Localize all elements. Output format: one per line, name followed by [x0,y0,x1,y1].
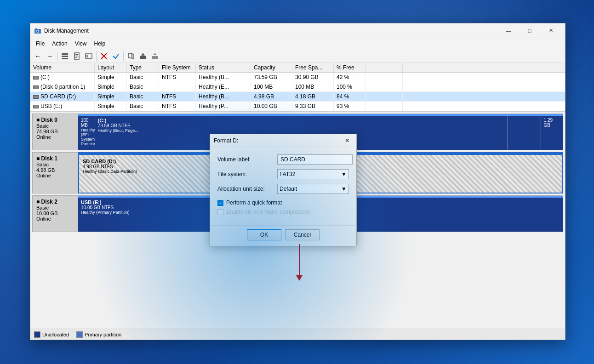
cell-fs: NTFS [159,73,196,82]
cell-type: Basic [127,82,159,91]
table-row[interactable]: (C:) Simple Basic NTFS Healthy (B... 73.… [30,73,565,82]
cell-over [403,82,565,91]
file-system-select[interactable]: FAT32 ▼ [277,169,349,179]
close-button[interactable]: ✕ [540,23,561,38]
disk-0-part-unalloc[interactable]: 1.29 GB [541,114,563,150]
view-list-button[interactable] [59,51,70,62]
cell-status: Healthy (E... [196,82,251,91]
cell-volume: (C:) [30,73,95,82]
cell-volume: USB (E:) [30,102,95,111]
cell-status: Healthy (B... [196,73,251,82]
svg-rect-19 [152,56,158,59]
modal-title: Format D: [214,137,342,144]
maximize-button[interactable]: □ [519,23,540,38]
legend-primary-box [76,331,83,338]
cell-fault [366,92,403,101]
back-button[interactable]: ← [32,51,43,62]
disk-0-part-efi[interactable]: 100 MB Healthy (EFI System Partition) [78,114,95,150]
new-button[interactable] [126,51,137,62]
legend-unalloc-label: Unallocated [42,332,69,337]
alloc-unit-value: Default [280,186,297,192]
cell-capacity: 100 MB [251,82,292,91]
alloc-unit-select[interactable]: Default ▼ [277,184,349,194]
cell-capacity: 73.59 GB [251,73,292,82]
volume-label-label: Volume label: [217,156,277,163]
window-icon [34,27,41,34]
modal-close-button[interactable]: ✕ [342,136,353,145]
cell-fault [366,73,403,82]
toolbar-separator-1 [57,51,57,61]
col-header-type[interactable]: Type [127,63,159,72]
cell-layout: Simple [95,73,127,82]
volume-label-input[interactable] [277,154,353,165]
menu-view[interactable]: View [71,40,91,48]
cell-over [403,102,565,111]
title-bar: Disk Management — □ ✕ [30,23,565,38]
cell-volume: SD CARD (D:) [30,92,95,101]
col-header-over[interactable] [403,63,565,72]
menu-action[interactable]: Action [48,40,71,48]
disk-0-part-3[interactable] [508,114,541,150]
menu-help[interactable]: Help [91,40,109,48]
cell-free: 9.33 GB [292,102,334,111]
cell-free: 4.18 GB [292,92,334,101]
minimize-button[interactable]: — [498,23,519,38]
delete-button[interactable] [98,51,109,62]
legend-primary-label: Primary partition [85,332,121,337]
legend-unalloc-box [34,331,40,338]
forward-button[interactable]: → [44,51,55,62]
col-header-fault[interactable] [366,63,403,72]
cell-free: 100 MB [292,82,334,91]
col-header-layout[interactable]: Layout [95,63,127,72]
disk-0-label: ■ Disk 0 Basic 74.98 GB Online [32,114,78,150]
ok-button[interactable]: OK [247,229,281,240]
cell-type: Basic [127,102,159,111]
cell-capacity: 4.98 GB [251,92,292,101]
table-row[interactable]: (Disk 0 partition 1) Simple Basic Health… [30,82,565,92]
compression-row: Enable file and folder compression [217,209,349,215]
import-button[interactable] [137,51,148,62]
svg-rect-9 [75,56,78,57]
quick-format-row[interactable]: Perform a quick format [217,199,349,206]
file-system-row: File system: FAT32 ▼ [217,169,349,179]
properties-button[interactable] [71,51,82,62]
cell-fault [366,102,403,111]
cell-over [403,92,565,101]
compression-checkbox[interactable] [217,209,223,215]
svg-rect-15 [128,53,132,58]
cell-layout: Simple [95,82,127,91]
svg-point-3 [37,30,39,32]
menu-file[interactable]: File [32,40,48,48]
toolbar-separator-2 [96,51,97,61]
table-row[interactable]: SD CARD (D:) Simple Basic NTFS Healthy (… [30,92,565,102]
modal-footer: OK Cancel [210,225,356,246]
format-dialog: Format D: ✕ Volume label: File system: F… [210,134,357,246]
svg-rect-4 [62,53,68,55]
cell-free: 30.90 GB [292,73,334,82]
menu-bar: File Action View Help [30,38,565,49]
cell-capacity: 10.00 GB [251,102,292,111]
cell-type: Basic [127,92,159,101]
cell-status: Healthy (P... [196,102,251,111]
cell-pct: 93 % [334,102,366,111]
check-button[interactable] [110,51,121,62]
view-button[interactable] [83,51,94,62]
cell-fs: NTFS [159,92,196,101]
col-header-pct[interactable]: % Free [334,63,366,72]
modal-title-bar: Format D: ✕ [210,134,356,147]
disk-2-label: ■ Disk 2 Basic 10.00 GB Online [32,195,78,232]
volume-table: Volume Layout Type File System Status Ca… [30,63,565,112]
svg-marker-18 [141,53,145,56]
col-header-status[interactable]: Status [196,63,251,72]
col-header-volume[interactable]: Volume [30,63,95,72]
quick-format-checkbox[interactable] [217,200,223,206]
col-header-capacity[interactable]: Capacity [251,63,292,72]
col-header-free[interactable]: Free Spa... [292,63,334,72]
export-button[interactable] [149,51,160,62]
legend: Unallocated Primary partition [30,329,565,340]
window-controls: — □ ✕ [498,23,561,38]
table-row[interactable]: USB (E:) Simple Basic NTFS Healthy (P...… [30,102,565,111]
svg-rect-10 [75,57,77,58]
cancel-button[interactable]: Cancel [285,229,320,240]
col-header-fs[interactable]: File System [159,63,196,72]
